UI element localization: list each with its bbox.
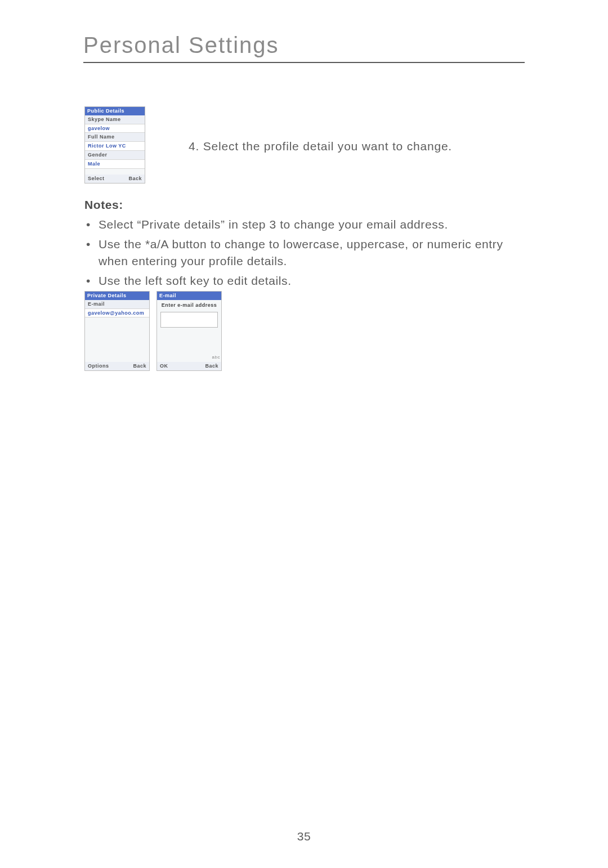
softkey-left: OK	[160, 363, 168, 369]
thumb-row-label: E-mail	[85, 300, 149, 309]
screenshot-email-entry: E-mail Enter e-mail address abc OK Back	[157, 291, 222, 371]
notes-heading: Notes:	[84, 198, 123, 212]
softkey-right: Back	[128, 176, 142, 182]
screenshot-public-details: Public Details Skype Name gavelow Full N…	[84, 106, 145, 184]
thumb-prompt: Enter e-mail address	[157, 300, 221, 311]
softkey-left: Select	[88, 176, 105, 182]
thumb-entry-mode: abc	[212, 355, 220, 360]
page-title: Personal Settings	[83, 33, 279, 58]
step-4-text: 4. Select the profile detail you want to…	[189, 140, 452, 153]
thumb-row-value: Rictor Low YC	[85, 142, 145, 151]
softkey-right: Back	[205, 363, 218, 369]
softkey-right: Back	[133, 363, 146, 369]
title-underline	[83, 62, 525, 63]
screenshot-private-details: Private Details E-mail gavelow@yahoo.com…	[84, 291, 150, 371]
thumb-input	[160, 312, 218, 328]
thumb-titlebar: E-mail	[157, 292, 221, 300]
thumb-row-value: Male	[85, 160, 145, 169]
notes-item: Use the *a/A button to change to lowerca…	[86, 236, 531, 269]
thumb-titlebar: Private Details	[85, 292, 149, 300]
notes-item: Select “Private details” in step 3 to ch…	[86, 216, 531, 232]
thumb-row-value: gavelow@yahoo.com	[85, 309, 149, 318]
notes-list: Select “Private details” in step 3 to ch…	[86, 213, 531, 289]
softkey-left: Options	[88, 363, 109, 369]
page-number: 35	[0, 830, 608, 843]
thumb-row-label: Full Name	[85, 133, 145, 142]
thumb-titlebar: Public Details	[85, 107, 145, 115]
thumb-row-label: Skype Name	[85, 115, 145, 124]
thumb-row-value: gavelow	[85, 124, 145, 133]
thumb-row-label: Gender	[85, 151, 145, 160]
notes-item: Use the left soft key to edit details.	[86, 272, 531, 289]
